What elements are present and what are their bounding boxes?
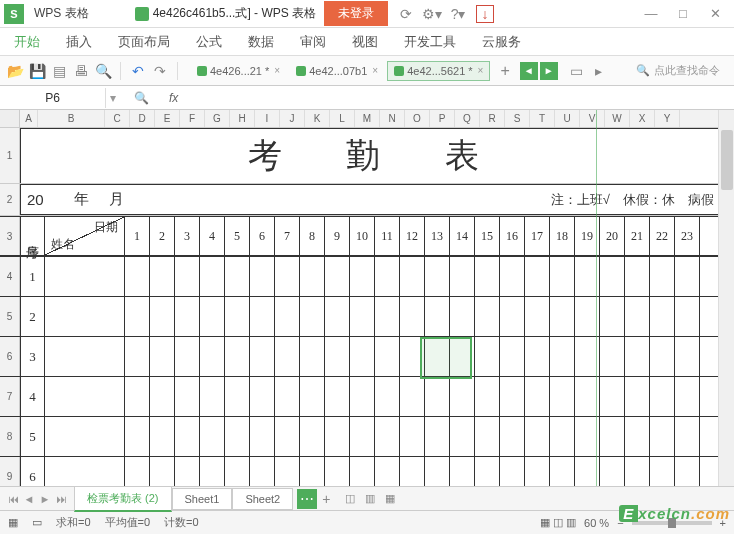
day-cell[interactable] <box>550 457 575 486</box>
day-cell[interactable] <box>375 417 400 456</box>
day-header[interactable]: 11 <box>375 217 400 255</box>
day-cell[interactable] <box>675 297 700 336</box>
day-cell[interactable] <box>650 337 675 376</box>
day-cell[interactable] <box>325 297 350 336</box>
day-cell[interactable] <box>200 457 225 486</box>
day-cell[interactable] <box>475 257 500 296</box>
fx-label[interactable]: fx <box>163 91 184 105</box>
day-cell[interactable] <box>350 377 375 416</box>
sheet-plus-icon[interactable]: + <box>317 490 335 508</box>
day-header[interactable]: 5 <box>225 217 250 255</box>
tab-next-icon[interactable]: ► <box>540 62 558 80</box>
day-cell[interactable] <box>325 337 350 376</box>
day-cell[interactable] <box>425 417 450 456</box>
day-cell[interactable] <box>425 297 450 336</box>
day-cell[interactable] <box>400 377 425 416</box>
seq-cell[interactable]: 4 <box>20 377 45 416</box>
day-cell[interactable] <box>450 257 475 296</box>
day-header[interactable]: 8 <box>300 217 325 255</box>
day-cell[interactable] <box>350 257 375 296</box>
col-header[interactable]: A <box>20 110 38 127</box>
menu-insert[interactable]: 插入 <box>66 33 92 51</box>
day-cell[interactable] <box>275 377 300 416</box>
day-cell[interactable] <box>575 377 600 416</box>
day-cell[interactable] <box>550 377 575 416</box>
col-header[interactable]: Q <box>455 110 480 127</box>
day-header[interactable]: 9 <box>325 217 350 255</box>
window-icon[interactable]: ▭ <box>568 62 586 80</box>
day-header[interactable]: 20 <box>600 217 625 255</box>
day-cell[interactable] <box>325 417 350 456</box>
login-button[interactable]: 未登录 <box>324 1 388 26</box>
day-cell[interactable] <box>450 377 475 416</box>
day-cell[interactable] <box>200 257 225 296</box>
day-cell[interactable] <box>500 257 525 296</box>
day-cell[interactable] <box>150 417 175 456</box>
day-cell[interactable] <box>500 377 525 416</box>
seq-header[interactable]: 序号 <box>20 217 45 255</box>
col-header[interactable]: M <box>355 110 380 127</box>
day-cell[interactable] <box>125 297 150 336</box>
day-cell[interactable] <box>575 417 600 456</box>
day-cell[interactable] <box>675 417 700 456</box>
col-header[interactable]: L <box>330 110 355 127</box>
day-cell[interactable] <box>400 257 425 296</box>
name-cell[interactable] <box>45 297 125 336</box>
attendance-title[interactable]: 考 勤 表 <box>20 128 734 183</box>
menu-layout[interactable]: 页面布局 <box>118 33 170 51</box>
name-cell[interactable] <box>45 337 125 376</box>
minimize-button[interactable]: — <box>642 5 660 23</box>
sheet-prev-icon[interactable]: ◄ <box>22 493 36 505</box>
day-cell[interactable] <box>225 417 250 456</box>
tab-close-icon[interactable]: × <box>478 65 484 76</box>
day-cell[interactable] <box>525 377 550 416</box>
cell-ref-dropdown-icon[interactable]: ▾ <box>106 91 120 105</box>
row-header[interactable]: 6 <box>0 337 20 376</box>
col-header[interactable]: N <box>380 110 405 127</box>
day-cell[interactable] <box>450 337 475 376</box>
col-header[interactable]: P <box>430 110 455 127</box>
select-all-corner[interactable] <box>0 110 20 127</box>
sheet-next-icon[interactable]: ► <box>38 493 52 505</box>
day-cell[interactable] <box>275 337 300 376</box>
command-search[interactable]: 🔍 点此查找命令 <box>636 63 728 78</box>
day-cell[interactable] <box>675 337 700 376</box>
day-cell[interactable] <box>625 337 650 376</box>
day-cell[interactable] <box>325 257 350 296</box>
day-cell[interactable] <box>350 417 375 456</box>
menu-cloud[interactable]: 云服务 <box>482 33 521 51</box>
day-cell[interactable] <box>475 297 500 336</box>
col-header[interactable]: G <box>205 110 230 127</box>
day-cell[interactable] <box>525 337 550 376</box>
day-cell[interactable] <box>350 457 375 486</box>
day-cell[interactable] <box>450 297 475 336</box>
day-cell[interactable] <box>575 457 600 486</box>
fx-search-icon[interactable]: 🔍 <box>120 91 163 105</box>
col-header[interactable]: W <box>605 110 630 127</box>
day-cell[interactable] <box>175 337 200 376</box>
day-cell[interactable] <box>300 257 325 296</box>
day-cell[interactable] <box>600 257 625 296</box>
day-cell[interactable] <box>550 337 575 376</box>
day-cell[interactable] <box>650 257 675 296</box>
day-cell[interactable] <box>275 297 300 336</box>
day-cell[interactable] <box>200 377 225 416</box>
preview-icon[interactable]: 🔍 <box>94 62 112 80</box>
day-cell[interactable] <box>400 417 425 456</box>
day-cell[interactable] <box>225 297 250 336</box>
day-header[interactable]: 2 <box>150 217 175 255</box>
day-cell[interactable] <box>525 257 550 296</box>
layout-icon[interactable]: ▭ <box>32 516 42 529</box>
day-cell[interactable] <box>325 377 350 416</box>
arrow-icon[interactable]: ▸ <box>590 62 608 80</box>
refresh-icon[interactable]: ⟳ <box>398 6 414 22</box>
day-header[interactable]: 16 <box>500 217 525 255</box>
col-header[interactable]: R <box>480 110 505 127</box>
row-header[interactable]: 9 <box>0 457 20 486</box>
day-header[interactable]: 14 <box>450 217 475 255</box>
day-cell[interactable] <box>300 337 325 376</box>
day-cell[interactable] <box>575 257 600 296</box>
day-cell[interactable] <box>125 337 150 376</box>
day-cell[interactable] <box>150 457 175 486</box>
day-cell[interactable] <box>650 417 675 456</box>
